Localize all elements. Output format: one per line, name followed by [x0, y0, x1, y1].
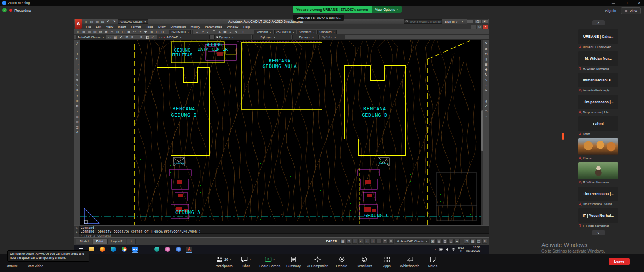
- line-icon[interactable]: ╱: [75, 41, 80, 46]
- menu-item[interactable]: Parametrics: [202, 25, 225, 29]
- mirror-icon[interactable]: ⋈: [484, 51, 489, 56]
- more-icon[interactable]: ⋯: [245, 29, 250, 34]
- annotation-visibility-icon[interactable]: △: [448, 239, 454, 244]
- menu-item[interactable]: Help: [241, 25, 252, 29]
- table-icon[interactable]: ▦: [223, 29, 227, 34]
- otrack-toggle-icon[interactable]: +: [370, 239, 376, 244]
- qat-undo-icon[interactable]: ↶: [106, 19, 111, 24]
- ducs-toggle-icon[interactable]: ▭: [376, 239, 382, 244]
- share-screen-button[interactable]: ∧ Share Screen: [259, 256, 280, 268]
- publish-icon[interactable]: ▩: [104, 29, 109, 34]
- qat-new-icon[interactable]: ▯: [84, 19, 88, 24]
- undo-icon[interactable]: ↶: [132, 29, 137, 34]
- open-icon[interactable]: ▤: [81, 29, 86, 34]
- polyline-icon[interactable]: ≀: [75, 51, 80, 56]
- match-properties-icon[interactable]: ▦: [126, 29, 131, 34]
- panel-scroll-down-button[interactable]: ∨: [592, 230, 605, 235]
- utility-cluster[interactable]: [171, 41, 321, 63]
- menu-item[interactable]: Window: [225, 25, 241, 29]
- view-layout-button[interactable]: ▦ View: [621, 7, 641, 14]
- wifi-icon[interactable]: [452, 248, 456, 251]
- snap-toggle-icon[interactable]: ▦: [340, 239, 345, 244]
- scale-icon[interactable]: ↘: [484, 77, 489, 82]
- layer-previous-icon[interactable]: ↩: [151, 35, 155, 39]
- mtext-icon[interactable]: ≡: [228, 29, 233, 34]
- participant-video-tile[interactable]: [578, 138, 618, 155]
- pink-app-icon[interactable]: [163, 245, 171, 253]
- text-style-combo[interactable]: Standard: [254, 30, 273, 34]
- participant-tile[interactable]: immaniardiani s... immaniardiani shepty.…: [578, 73, 618, 92]
- extend-icon[interactable]: →: [484, 93, 489, 98]
- label-sampah-right[interactable]: SAMPAH: [379, 162, 389, 165]
- dim-linear-icon[interactable]: ↔: [194, 29, 199, 34]
- autocad-sign-in-button[interactable]: Sign In ∨: [445, 20, 458, 23]
- dim-style-combo[interactable]: 25-DIM100: [169, 30, 191, 34]
- grid-toggle-icon[interactable]: ⊞: [346, 239, 351, 244]
- minimize-window-button[interactable]: —: [611, 1, 616, 5]
- text-icon[interactable]: A: [217, 29, 222, 34]
- properties-icon[interactable]: ▭: [107, 35, 112, 39]
- label-gedung-utilitas[interactable]: GEDUNG: [174, 48, 191, 52]
- drawing-canvas[interactable]: GEDUNG DATA CENTER GEDUNG UTILITAS RENCA…: [80, 40, 483, 225]
- command-edit-icon[interactable]: ✎: [76, 227, 78, 230]
- ai-companion-button[interactable]: AI Companion: [307, 256, 328, 268]
- menu-item[interactable]: Dimension: [168, 25, 188, 29]
- osnap-toggle-icon[interactable]: ⌖: [364, 239, 369, 244]
- color-combo[interactable]: ByLayer: [214, 35, 251, 39]
- table-style-combo[interactable]: Standard: [297, 30, 316, 34]
- construction-line-icon[interactable]: —: [75, 46, 80, 51]
- menu-item[interactable]: Format: [128, 25, 143, 29]
- command-input[interactable]: ▸ Type a command: [79, 233, 489, 237]
- label-rencana-gedung-d[interactable]: RENCANA: [363, 106, 386, 112]
- battery-icon[interactable]: [439, 248, 443, 251]
- layer-combo[interactable]: ● ● ■ A-ROAD: [157, 35, 210, 39]
- dim-radius-icon[interactable]: ⌒: [211, 29, 216, 34]
- tool-palettes-icon[interactable]: ≡: [130, 35, 135, 39]
- participant-tile[interactable]: URBANE | Caha... URBANE | Cahaya Alb...: [578, 29, 618, 49]
- zoom-app-icon[interactable]: [131, 245, 139, 253]
- sheet-set-icon[interactable]: ▤: [113, 35, 118, 39]
- workspace-combo[interactable]: AutoCAD Classic: [118, 19, 148, 24]
- acad-restore-button[interactable]: ▢: [474, 19, 481, 24]
- qat-plot-icon[interactable]: ▨: [101, 19, 105, 24]
- layer-properties-icon[interactable]: ≡: [139, 35, 144, 39]
- reactions-button[interactable]: Reactions: [355, 256, 374, 268]
- command-tools-icon[interactable]: +: [76, 231, 77, 234]
- participant-tile[interactable]: IF | Yussi Nurhal... IF | Yussi Nurhalim…: [578, 208, 618, 228]
- quickcalc-icon[interactable]: ⊞: [124, 35, 129, 39]
- label-rencana-aula-2[interactable]: GEDUNG AULA: [263, 64, 297, 69]
- label-rencana-gedung-d-2[interactable]: GEDUNG D: [362, 112, 388, 118]
- copy-tool-icon[interactable]: ⊞: [484, 46, 489, 51]
- trim-icon[interactable]: ✂: [484, 88, 489, 93]
- gradient-icon[interactable]: ▧: [75, 119, 80, 124]
- apps-button[interactable]: Apps: [378, 256, 396, 268]
- move-icon[interactable]: ✚: [484, 67, 489, 72]
- doc-minimize-button[interactable]: —: [471, 25, 476, 29]
- panel-resize-handle[interactable]: [562, 133, 564, 140]
- layout-tab[interactable]: Print: [93, 239, 107, 244]
- annotation-autoscale-icon[interactable]: ▲: [454, 239, 460, 244]
- help-search-input[interactable]: [410, 20, 441, 23]
- label-gedung-data-center-2[interactable]: DATA CENTER: [198, 47, 228, 52]
- pan-icon[interactable]: ✚: [143, 29, 148, 34]
- building-outline-aula[interactable]: [242, 43, 322, 109]
- maximize-window-button[interactable]: ▢: [624, 1, 629, 5]
- break-icon[interactable]: ∦: [484, 98, 489, 103]
- chrome-icon[interactable]: [120, 245, 128, 253]
- plot-style-combo[interactable]: ByColor: [320, 35, 345, 39]
- layout-tab[interactable]: Layout2: [107, 239, 126, 244]
- teal-app-icon[interactable]: [153, 245, 161, 253]
- rectangle-icon[interactable]: ▭: [75, 62, 80, 66]
- stretch-icon[interactable]: ↦: [484, 83, 489, 87]
- participant-video-tile[interactable]: URBANE | Caha...: [578, 29, 618, 44]
- menu-item[interactable]: Tools: [143, 25, 156, 29]
- rotate-icon[interactable]: ↻: [484, 72, 489, 77]
- dim-aligned-icon[interactable]: ↗: [200, 29, 205, 34]
- vertical-scrollbar[interactable]: [481, 40, 483, 225]
- chevron-up-icon[interactable]: ∧: [250, 258, 251, 261]
- polar-toggle-icon[interactable]: ∠: [358, 239, 363, 244]
- doc-close-button[interactable]: ✕: [483, 25, 488, 29]
- plot-preview-icon[interactable]: ▧: [98, 29, 103, 34]
- model-paper-toggle-icon[interactable]: ▣: [430, 239, 436, 244]
- zoom-window-icon[interactable]: ⊡: [155, 29, 159, 34]
